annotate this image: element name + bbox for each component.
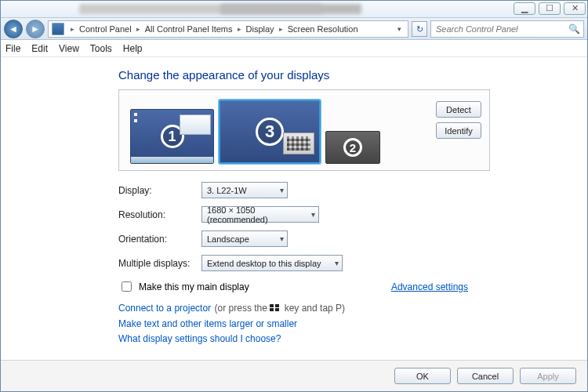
detect-button[interactable]: Detect bbox=[436, 101, 481, 118]
breadcrumb-item[interactable]: All Control Panel Items bbox=[143, 24, 234, 34]
chevron-right-icon: ▸ bbox=[276, 25, 286, 33]
main-display-checkbox[interactable] bbox=[122, 281, 132, 292]
menu-tools[interactable]: Tools bbox=[90, 43, 112, 54]
projector-hint-tail: key and tap P) bbox=[285, 303, 345, 314]
display-arrangement-box: 1 3 2 Detect Identify bbox=[118, 89, 490, 171]
window-thumbnail-icon bbox=[283, 132, 314, 154]
chevron-right-icon: ▸ bbox=[234, 25, 245, 33]
maximize-button[interactable]: ☐ bbox=[539, 2, 561, 15]
title-bar: ▁ ☐ ✕ bbox=[1, 1, 587, 18]
window-thumbnail-icon bbox=[180, 114, 211, 135]
desktop-icon bbox=[134, 113, 137, 116]
apply-button[interactable]: Apply bbox=[520, 368, 576, 384]
orientation-label: Orientation: bbox=[118, 234, 201, 245]
breadcrumb-item[interactable]: Screen Resolution bbox=[286, 24, 360, 34]
monitor-1[interactable]: 1 bbox=[130, 109, 214, 164]
breadcrumb-item[interactable]: Display bbox=[245, 24, 276, 34]
close-button[interactable]: ✕ bbox=[564, 2, 586, 15]
connect-projector-link[interactable]: Connect to a projector bbox=[118, 303, 211, 314]
monitor-layout[interactable]: 1 3 2 bbox=[130, 100, 380, 164]
display-label: Display: bbox=[118, 185, 201, 196]
monitor-2[interactable]: 2 bbox=[325, 131, 380, 164]
back-button[interactable]: ◄ bbox=[4, 20, 23, 38]
ok-button[interactable]: OK bbox=[394, 368, 451, 384]
windows-key-icon bbox=[270, 304, 281, 312]
title-blur bbox=[220, 4, 361, 14]
forward-button[interactable]: ► bbox=[26, 20, 45, 38]
taskbar-icon bbox=[131, 157, 213, 163]
main-display-label: Make this my main display bbox=[139, 281, 249, 292]
chevron-right-icon: ▸ bbox=[67, 25, 78, 33]
display-help-link[interactable]: What display settings should I choose? bbox=[118, 333, 587, 344]
minimize-button[interactable]: ▁ bbox=[514, 2, 535, 15]
refresh-button[interactable]: ↻ bbox=[412, 21, 427, 37]
search-box[interactable]: 🔍 bbox=[430, 20, 584, 38]
dialog-button-bar: OK Cancel Apply bbox=[1, 360, 587, 391]
breadcrumb[interactable]: ▸ Control Panel ▸ All Control Panel Item… bbox=[48, 20, 408, 38]
advanced-settings-link[interactable]: Advanced settings bbox=[391, 281, 468, 292]
page-title: Change the appearance of your displays bbox=[118, 68, 587, 82]
desktop-icon bbox=[134, 119, 137, 122]
identify-button[interactable]: Identify bbox=[436, 122, 481, 139]
control-panel-icon bbox=[52, 23, 64, 35]
chevron-right-icon: ▸ bbox=[133, 25, 143, 33]
menu-help[interactable]: Help bbox=[123, 43, 143, 54]
resolution-label: Resolution: bbox=[118, 209, 201, 220]
chevron-down-icon[interactable]: ▾ bbox=[394, 25, 405, 33]
multiple-displays-select[interactable]: Extend desktop to this display bbox=[201, 255, 343, 271]
orientation-select[interactable]: Landscape bbox=[201, 230, 288, 247]
display-select[interactable]: 3. L22-1W bbox=[201, 182, 288, 198]
monitor-number: 2 bbox=[343, 138, 362, 157]
search-input[interactable] bbox=[434, 24, 568, 34]
resolution-select[interactable]: 1680 × 1050 (recommended) bbox=[201, 206, 319, 223]
window: ▁ ☐ ✕ ◄ ► ▸ Control Panel ▸ All Control … bbox=[0, 0, 588, 392]
search-icon[interactable]: 🔍 bbox=[568, 24, 580, 34]
menu-edit[interactable]: Edit bbox=[31, 43, 48, 54]
text-size-link[interactable]: Make text and other items larger or smal… bbox=[118, 318, 587, 329]
multiple-displays-label: Multiple displays: bbox=[118, 258, 201, 269]
cancel-button[interactable]: Cancel bbox=[457, 368, 514, 384]
menu-file[interactable]: File bbox=[5, 43, 20, 54]
content: Change the appearance of your displays 1… bbox=[1, 57, 587, 344]
projector-hint: (or press the bbox=[215, 303, 270, 314]
breadcrumb-item[interactable]: Control Panel bbox=[78, 24, 133, 34]
menu-view[interactable]: View bbox=[59, 43, 79, 54]
monitor-number: 3 bbox=[256, 118, 284, 146]
monitor-3-selected[interactable]: 3 bbox=[219, 100, 321, 164]
menu-bar: File Edit View Tools Help bbox=[1, 40, 587, 57]
address-bar: ◄ ► ▸ Control Panel ▸ All Control Panel … bbox=[1, 18, 587, 40]
